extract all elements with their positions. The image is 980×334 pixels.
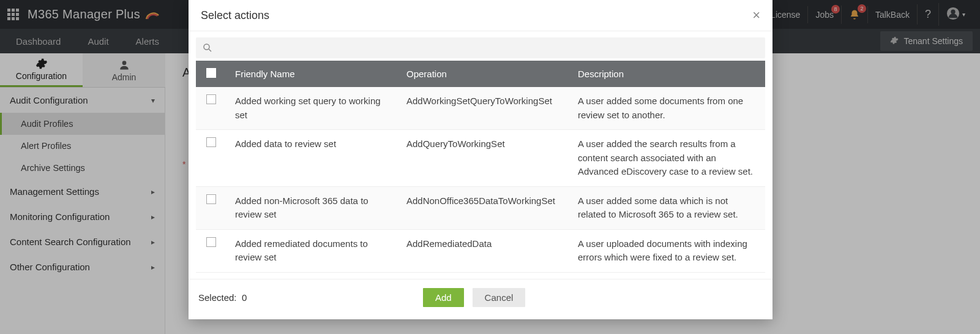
- table-row: Added remediated documents to review set…: [196, 229, 765, 272]
- row-description: A user added the search results from a c…: [569, 130, 765, 187]
- selected-label: Selected: 0: [198, 292, 247, 303]
- row-friendly-name: Added working set query to working set: [226, 87, 398, 130]
- row-checkbox[interactable]: [206, 194, 216, 204]
- search-bar: [196, 37, 765, 58]
- actions-table: Friendly Name Operation Description Adde…: [196, 61, 765, 273]
- modal-header: Select actions ×: [189, 0, 772, 31]
- row-checkbox[interactable]: [206, 94, 216, 104]
- search-icon: [202, 42, 213, 53]
- cancel-button[interactable]: Cancel: [473, 288, 526, 307]
- row-description: A user uploaded documents with indexing …: [569, 229, 765, 272]
- row-checkbox[interactable]: [206, 237, 216, 247]
- select-all-checkbox[interactable]: [206, 68, 216, 78]
- selected-count: 0: [242, 292, 247, 303]
- modal-footer: Selected: 0 Add Cancel: [189, 279, 772, 319]
- search-input[interactable]: [218, 43, 759, 53]
- table-row: Added working set query to working setAd…: [196, 87, 765, 130]
- close-icon[interactable]: ×: [752, 9, 760, 22]
- row-operation: AddRemediatedData: [398, 229, 569, 272]
- table-row: Added data to review setAddQueryToWorkin…: [196, 130, 765, 187]
- row-friendly-name: Added data to review set: [226, 130, 398, 187]
- col-operation: Operation: [398, 61, 569, 87]
- row-description: A user added some documents from one rev…: [569, 87, 765, 130]
- row-friendly-name: Added remediated documents to review set: [226, 229, 398, 272]
- row-operation: AddWorkingSetQueryToWorkingSet: [398, 87, 569, 130]
- modal-title: Select actions: [201, 9, 269, 22]
- row-operation: AddNonOffice365DataToWorkingSet: [398, 186, 569, 229]
- table-row: Added non-Microsoft 365 data to review s…: [196, 186, 765, 229]
- col-friendly-name: Friendly Name: [226, 61, 398, 87]
- row-friendly-name: Added non-Microsoft 365 data to review s…: [226, 186, 398, 229]
- svg-line-4: [209, 49, 211, 51]
- col-description: Description: [569, 61, 765, 87]
- row-checkbox[interactable]: [206, 137, 216, 147]
- select-actions-modal: Select actions × Friendly Name Operation…: [189, 0, 772, 319]
- row-description: A user added some data which is not rela…: [569, 186, 765, 229]
- row-operation: AddQueryToWorkingSet: [398, 130, 569, 187]
- svg-point-3: [204, 44, 209, 50]
- add-button[interactable]: Add: [423, 288, 464, 307]
